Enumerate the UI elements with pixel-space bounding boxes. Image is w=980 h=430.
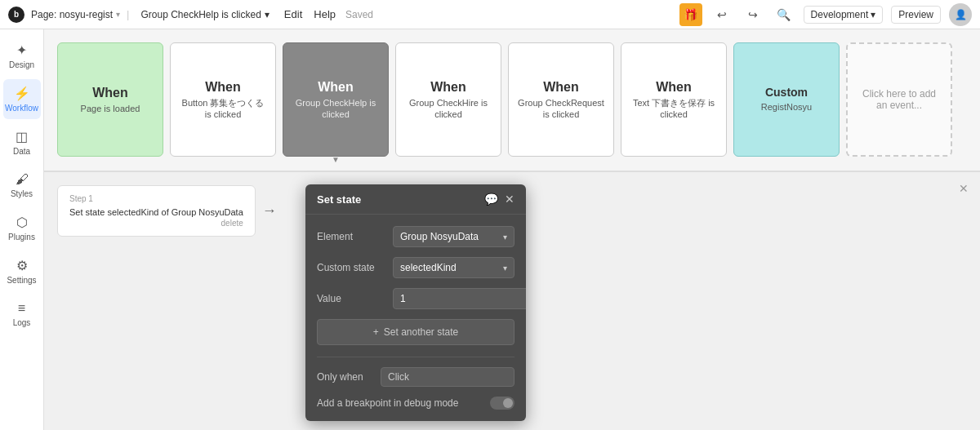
- event-card-button-boshu[interactable]: When Button 募集をつくる is clicked: [170, 42, 276, 157]
- step-delete-link[interactable]: delete: [69, 219, 243, 228]
- dev-label: Development: [811, 9, 869, 20]
- top-menu: Edit Help: [284, 8, 336, 20]
- styles-icon: 🖌: [16, 172, 29, 187]
- redo-icon[interactable]: ↪: [742, 3, 764, 26]
- event-card-when-5: When: [543, 79, 579, 95]
- custom-state-selector[interactable]: selectedKind ▾: [393, 257, 514, 278]
- value-label: Value: [317, 293, 386, 304]
- section-divider: Only when Click Add a breakpoint in debu…: [317, 357, 514, 410]
- event-card-checkhelp[interactable]: When Group CheckHelp is clicked ▼: [283, 42, 389, 157]
- modal-comment-icon[interactable]: 💬: [484, 193, 498, 206]
- modal-title: Set state: [317, 193, 484, 206]
- event-card-custom-regist[interactable]: Custom RegistNosyu: [733, 42, 840, 157]
- modal-header-icons: 💬 ✕: [484, 193, 514, 206]
- event-card-name-4: Group CheckHire is clicked: [404, 97, 492, 121]
- element-selector[interactable]: Group NosyuData ▾: [393, 226, 514, 247]
- event-card-text-shitayaki[interactable]: When Text 下書きを保存 is clicked: [621, 42, 727, 157]
- event-card-checkhire[interactable]: When Group CheckHire is clicked: [395, 42, 501, 157]
- preview-button[interactable]: Preview: [891, 6, 941, 24]
- custom-state-label: Custom state: [317, 262, 386, 273]
- active-card-arrow-icon: ▼: [332, 155, 340, 164]
- edit-menu[interactable]: Edit: [284, 8, 302, 20]
- step-arrow-icon: →: [262, 202, 277, 219]
- workflow-close-icon[interactable]: ✕: [956, 180, 972, 197]
- sidebar-label-design: Design: [9, 60, 34, 69]
- topbar: b Page: nosyu-regist ▾ | Group CheckHelp…: [0, 0, 980, 29]
- element-value: Group NosyuData: [400, 231, 479, 242]
- event-card-when-6: When: [656, 79, 692, 95]
- step-box: Step 1 Set state selectedKind of Group N…: [57, 185, 277, 237]
- event-card-add[interactable]: Click here to add an event...: [846, 42, 952, 157]
- help-menu[interactable]: Help: [314, 8, 336, 20]
- element-dropdown-icon: ▾: [503, 233, 507, 242]
- sidebar-item-plugins[interactable]: ⬡ Plugins: [3, 208, 41, 248]
- event-card-name-7: RegistNosyu: [761, 101, 812, 113]
- design-icon: ✦: [16, 42, 27, 58]
- sidebar-label-data: Data: [13, 147, 30, 156]
- event-card-when-4: When: [430, 79, 466, 95]
- only-when-label: Only when: [317, 371, 374, 383]
- undo-icon[interactable]: ↩: [710, 3, 733, 26]
- set-another-button[interactable]: + Set another state: [317, 319, 514, 345]
- breakpoint-toggle[interactable]: [490, 397, 514, 410]
- set-state-modal: Set state 💬 ✕ Element Group NosyuData ▾: [305, 184, 526, 421]
- event-card-name-1: Page is loaded: [81, 103, 140, 114]
- event-card-name-3: Group CheckHelp is clicked: [292, 97, 380, 121]
- dev-selector[interactable]: Development ▾: [804, 6, 884, 24]
- sidebar-item-settings[interactable]: ⚙ Settings: [3, 251, 41, 291]
- event-card-page-loaded[interactable]: When Page is loaded: [57, 42, 163, 157]
- saved-status: Saved: [345, 9, 373, 20]
- gift-icon[interactable]: 🎁: [679, 3, 702, 26]
- page-selector[interactable]: Page: nosyu-regist ▾: [31, 9, 120, 20]
- search-icon[interactable]: 🔍: [773, 3, 795, 26]
- event-card-when-1: When: [92, 85, 128, 100]
- sidebar-label-settings: Settings: [7, 276, 36, 285]
- value-input[interactable]: [393, 288, 526, 309]
- event-card-name-2: Button 募集をつくる is clicked: [179, 97, 267, 121]
- event-card-custom-label: Custom: [765, 86, 808, 99]
- event-card-add-text: Click here to add an event...: [856, 88, 942, 111]
- sidebar-item-design[interactable]: ✦ Design: [3, 36, 41, 76]
- step-description: Set state selectedKind of Group NosyuDat…: [69, 206, 243, 219]
- breakpoint-row: Add a breakpoint in debug mode: [317, 397, 514, 410]
- main-layout: ✦ Design ⚡ Workflow ◫ Data 🖌 Styles ⬡ Pl…: [0, 29, 980, 430]
- event-selector[interactable]: Group CheckHelp is clicked ▾: [140, 9, 269, 20]
- sidebar-item-workflow[interactable]: ⚡ Workflow: [3, 79, 41, 119]
- event-arrow-icon: ▾: [265, 9, 270, 20]
- event-card-when-2: When: [205, 79, 241, 95]
- data-icon: ◫: [16, 129, 28, 144]
- sidebar: ✦ Design ⚡ Workflow ◫ Data 🖌 Styles ⬡ Pl…: [0, 29, 44, 430]
- sidebar-label-workflow: Workflow: [5, 104, 38, 113]
- event-card-name-6: Text 下書きを保存 is clicked: [630, 97, 718, 121]
- sidebar-label-styles: Styles: [11, 189, 33, 198]
- event-card-name-5: Group CheckRequest is clicked: [517, 97, 605, 121]
- avatar[interactable]: 👤: [949, 3, 972, 26]
- sidebar-item-data[interactable]: ◫ Data: [3, 122, 41, 162]
- event-cards-row: When Page is loaded When Button 募集をつくる i…: [44, 29, 980, 172]
- value-row: Value: [317, 288, 514, 309]
- workflow-icon: ⚡: [14, 86, 30, 101]
- breakpoint-label: Add a breakpoint in debug mode: [317, 397, 483, 409]
- custom-state-dropdown-icon: ▾: [503, 264, 507, 273]
- logs-icon: ≡: [18, 301, 25, 316]
- settings-icon: ⚙: [16, 258, 28, 273]
- modal-header: Set state 💬 ✕: [305, 184, 526, 215]
- step-label: Step 1: [69, 194, 243, 203]
- set-another-label: Set another state: [384, 326, 458, 338]
- sidebar-item-styles[interactable]: 🖌 Styles: [3, 166, 41, 205]
- modal-close-icon[interactable]: ✕: [505, 193, 514, 206]
- step-card-1[interactable]: Step 1 Set state selectedKind of Group N…: [57, 185, 256, 237]
- element-row: Element Group NosyuData ▾: [317, 226, 514, 247]
- logo-icon: b: [8, 7, 24, 23]
- event-card-checkrequest[interactable]: When Group CheckRequest is clicked: [508, 42, 614, 157]
- only-when-value[interactable]: Click: [381, 367, 514, 387]
- custom-state-row: Custom state selectedKind ▾: [317, 257, 514, 278]
- sidebar-item-logs[interactable]: ≡ Logs: [3, 295, 41, 334]
- dev-arrow-icon: ▾: [871, 9, 875, 20]
- sidebar-label-logs: Logs: [13, 318, 31, 327]
- workflow-area: ✕ Step 1 Set state selectedKind of Group…: [44, 172, 980, 430]
- only-when-row: Only when Click: [317, 367, 514, 387]
- page-arrow-icon: ▾: [116, 10, 120, 19]
- page-name: Page: nosyu-regist: [31, 9, 113, 20]
- plugins-icon: ⬡: [16, 215, 28, 230]
